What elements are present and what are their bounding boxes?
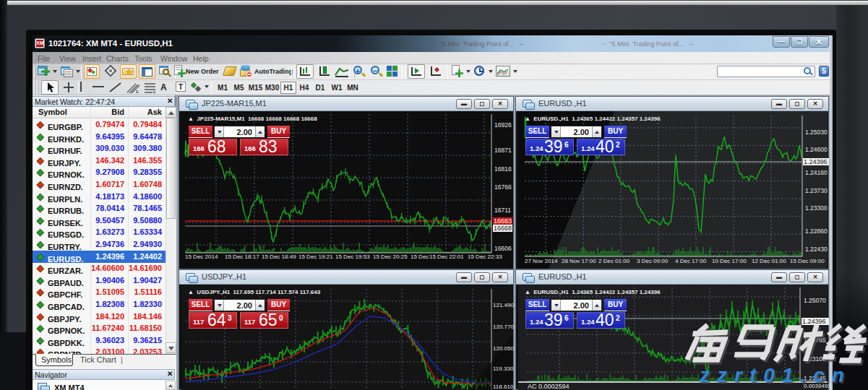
svg-text:F: F <box>153 90 156 94</box>
svg-text:AC 0.0002594: AC 0.0002594 <box>528 383 570 390</box>
svg-text:E: E <box>136 90 139 94</box>
